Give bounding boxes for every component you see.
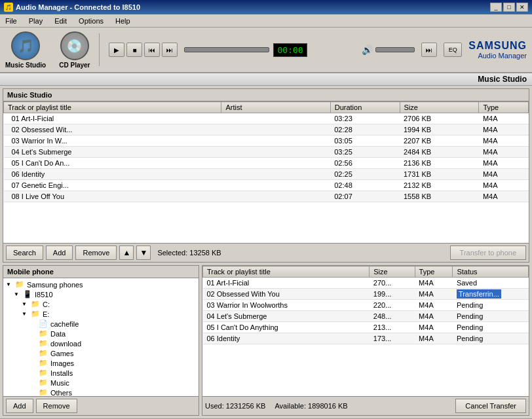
mobile-action-bar: Add Remove	[3, 396, 199, 415]
skip-button[interactable]: ⏭	[421, 43, 437, 57]
table-row[interactable]: 01 Art-I-Ficial 03:23 2706 KB M4A	[4, 113, 529, 124]
file-status: Transferrin...	[453, 289, 529, 300]
remove-button[interactable]: Remove	[75, 246, 117, 260]
track-duration: 02:56	[330, 158, 400, 169]
track-type: M4A	[479, 136, 529, 147]
add-button[interactable]: Add	[46, 246, 73, 260]
tree-item[interactable]: ▼ 📁 E:	[5, 309, 197, 319]
track-type: M4A	[479, 147, 529, 158]
transfer-to-phone-button[interactable]: Transfer to phone	[450, 246, 526, 260]
phone-col-status: Status	[453, 266, 529, 278]
prev-button[interactable]: ⏮	[144, 43, 160, 57]
next-button[interactable]: ⏭	[162, 43, 178, 57]
music-studio-table: Track or playlist title Artist Duration …	[3, 101, 529, 202]
progress-area: 00:00	[184, 43, 355, 57]
cd-player-label: CD Player	[59, 62, 90, 69]
file-title: 03 Warrior In Woolworths	[203, 300, 370, 311]
eq-button[interactable]: EQ	[444, 43, 462, 57]
file-title: 02 Obsessed With You	[203, 289, 370, 300]
folder-icon: 📁	[39, 378, 48, 387]
table-row[interactable]: 03 Warrior In Woolworths 220... M4A Pend…	[203, 300, 529, 311]
stop-button[interactable]: ■	[126, 43, 142, 57]
table-row[interactable]: 06 Identity 173... M4A Pending	[203, 333, 529, 344]
table-row[interactable]: 04 Let's Submerge 248... M4A Pending	[203, 311, 529, 322]
main-content: Music Studio Track or playlist title Art…	[0, 86, 532, 418]
tree-item[interactable]: 📁 Others	[5, 388, 197, 396]
progress-bar[interactable]	[184, 47, 269, 52]
file-title: 06 Identity	[203, 333, 370, 344]
tree-toggle	[29, 340, 37, 346]
phone-col-title: Track or playlist title	[203, 266, 370, 278]
track-type: M4A	[479, 191, 529, 202]
file-tree[interactable]: ▼ 📁 Samsung phones ▼ 📱 I8510 ▼ 📁 C: ▼ 📁 …	[3, 278, 199, 396]
file-type: M4A	[415, 289, 453, 300]
file-status: Saved	[453, 278, 529, 289]
track-size: 2132 KB	[400, 180, 479, 191]
tree-item[interactable]: 📁 Data	[5, 329, 197, 338]
tree-item[interactable]: 📁 Games	[5, 348, 197, 358]
maximize-button[interactable]: □	[503, 3, 515, 12]
track-type: M4A	[479, 158, 529, 169]
table-row[interactable]: 05 I Can't Do Anything 213... M4A Pendin…	[203, 322, 529, 333]
storage-available: Available: 1898016 KB	[275, 402, 347, 410]
table-row[interactable]: 07 Genetic Engi... 02:48 2132 KB M4A	[4, 180, 529, 191]
table-row[interactable]: 02 Obsessed With You 199... M4A Transfer…	[203, 289, 529, 300]
phone-files-panel: Track or playlist title Size Type Status…	[202, 265, 529, 416]
search-button[interactable]: Search	[6, 246, 43, 260]
tree-item[interactable]: 📁 Installs	[5, 368, 197, 378]
play-button[interactable]: ▶	[109, 43, 124, 57]
cd-player-button[interactable]: 💿 CD Player	[59, 31, 90, 69]
phone-files-table-area: Track or playlist title Size Type Status…	[202, 266, 529, 396]
table-row[interactable]: 03 Warrior In W... 03:05 2207 KB M4A	[4, 136, 529, 147]
phone-col-size: Size	[370, 266, 415, 278]
tree-item[interactable]: ▼ 📁 Samsung phones	[5, 280, 197, 289]
menu-file[interactable]: File	[3, 16, 20, 26]
tree-toggle	[29, 350, 37, 356]
tree-toggle: ▼	[22, 301, 29, 307]
table-row[interactable]: 01 Art-I-Ficial 270... M4A Saved	[203, 278, 529, 289]
up-arrow-button[interactable]: ▲	[119, 246, 134, 260]
track-title: 02 Obsessed Wit...	[4, 124, 221, 136]
table-row[interactable]: 08 I Live Off You 02:07 1558 KB M4A	[4, 191, 529, 202]
menu-help[interactable]: Help	[113, 16, 133, 26]
file-type: M4A	[415, 333, 453, 344]
minimize-button[interactable]: _	[490, 3, 502, 12]
music-studio-table-area: Track or playlist title Artist Duration …	[3, 101, 529, 243]
mobile-add-button[interactable]: Add	[6, 399, 33, 413]
track-duration: 03:23	[330, 113, 400, 124]
close-button[interactable]: ✕	[516, 3, 528, 12]
menu-play[interactable]: Play	[26, 16, 45, 26]
track-title: 08 I Live Off You	[4, 191, 221, 202]
tree-item[interactable]: 📁 Images	[5, 358, 197, 368]
menu-options[interactable]: Options	[76, 16, 106, 26]
table-row[interactable]: 06 Identity 02:25 1731 KB M4A	[4, 169, 529, 180]
mobile-panel-title: Mobile phone	[3, 266, 199, 278]
tree-item[interactable]: 📁 Music	[5, 378, 197, 388]
tree-item[interactable]: ▼ 📁 C:	[5, 299, 197, 309]
track-title: 04 Let's Submerge	[4, 147, 221, 158]
table-row[interactable]: 05 I Can't Do An... 02:56 2136 KB M4A	[4, 158, 529, 169]
track-size: 2484 KB	[400, 147, 479, 158]
table-row[interactable]: 04 Let's Submerge 03:25 2484 KB M4A	[4, 147, 529, 158]
tree-item[interactable]: 📁 download	[5, 338, 197, 348]
tree-item[interactable]: 📄 cachefile	[5, 319, 197, 329]
menu-edit[interactable]: Edit	[52, 16, 69, 26]
track-artist	[221, 158, 330, 169]
tree-item[interactable]: ▼ 📱 I8510	[5, 289, 197, 299]
selected-info: Selected: 13258 KB	[157, 249, 447, 257]
phone-files-scroll[interactable]: Track or playlist title Size Type Status…	[202, 266, 529, 396]
file-type: M4A	[415, 278, 453, 289]
track-artist	[221, 147, 330, 158]
down-arrow-button[interactable]: ▼	[136, 246, 151, 260]
mobile-remove-button[interactable]: Remove	[36, 399, 77, 413]
track-duration: 02:48	[330, 180, 400, 191]
tree-label: Images	[50, 359, 74, 367]
music-studio-scroll[interactable]: Track or playlist title Artist Duration …	[3, 101, 529, 243]
track-type: M4A	[479, 169, 529, 180]
track-artist	[221, 180, 330, 191]
track-size: 2706 KB	[400, 113, 479, 124]
music-studio-button[interactable]: 🎵 Music Studio	[5, 31, 46, 69]
cancel-transfer-button[interactable]: Cancel Transfer	[455, 399, 526, 413]
table-row[interactable]: 02 Obsessed Wit... 02:28 1994 KB M4A	[4, 124, 529, 136]
volume-slider[interactable]	[375, 47, 415, 52]
